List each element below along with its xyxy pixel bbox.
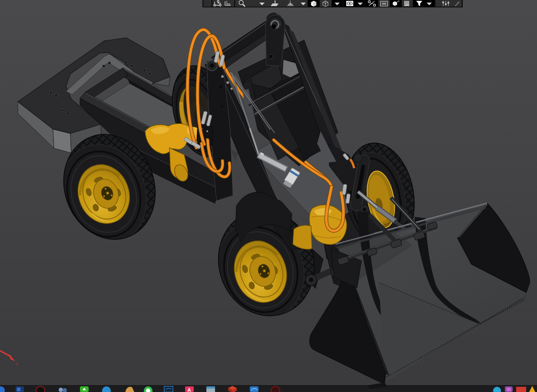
svg-text:A: A bbox=[188, 387, 191, 392]
svg-text:x: x bbox=[16, 361, 18, 366]
